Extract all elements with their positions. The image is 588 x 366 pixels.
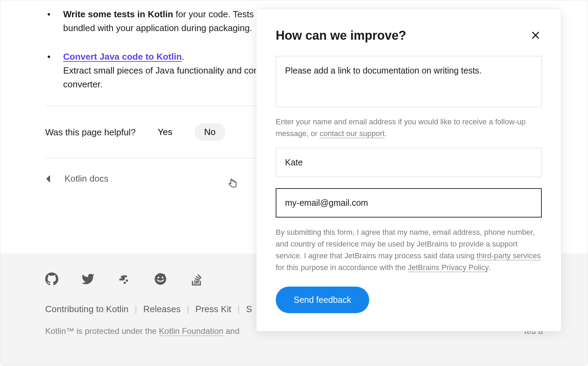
reddit-icon[interactable] — [154, 272, 167, 287]
list-item-bold: Write some tests in Kotlin — [63, 9, 173, 19]
convert-java-link[interactable]: Convert Java code to Kotlin — [63, 51, 182, 62]
kotlin-foundation-link[interactable]: Kotlin Foundation — [159, 326, 224, 336]
email-input[interactable] — [276, 188, 542, 218]
dialog-title: How can we improve? — [276, 28, 406, 43]
feedback-dialog: How can we improve? Enter your name and … — [256, 9, 561, 331]
footer-link-s[interactable]: S — [246, 304, 252, 315]
contact-support-link[interactable]: contact our support — [320, 129, 384, 138]
close-icon — [531, 30, 540, 40]
feedback-question: Was this page helpful? — [45, 125, 136, 139]
consent-part-2: for this purpose in accordance with the — [276, 263, 408, 272]
third-party-services-link[interactable]: third-party services — [477, 251, 541, 260]
prev-page-label: Kotlin docs — [65, 172, 108, 185]
twitter-icon[interactable] — [81, 272, 95, 287]
privacy-policy-link[interactable]: JetBrains Privacy Policy — [408, 263, 488, 272]
name-input[interactable] — [276, 148, 542, 177]
prev-page-link[interactable]: Kotlin docs — [45, 172, 108, 185]
footer-link-contributing[interactable]: Contributing to Kotlin — [45, 304, 128, 315]
separator: | — [135, 304, 137, 315]
footer-link-press[interactable]: Press Kit — [195, 304, 231, 315]
close-button[interactable] — [529, 29, 542, 42]
feedback-message-input[interactable] — [276, 56, 542, 107]
separator: | — [237, 304, 240, 315]
separator: | — [187, 304, 189, 315]
consent-part-3: . — [488, 263, 490, 272]
helper-pre: Enter your name and email address if you… — [276, 117, 526, 138]
chevron-left-icon — [45, 174, 51, 183]
github-icon[interactable] — [45, 272, 58, 287]
slack-icon[interactable] — [118, 272, 131, 287]
stackoverflow-icon[interactable] — [190, 272, 203, 287]
helper-post: . — [385, 129, 387, 138]
consent-text: By submitting this form, I agree that my… — [276, 227, 542, 273]
footer-link-releases[interactable]: Releases — [143, 304, 180, 315]
svg-point-0 — [163, 274, 165, 276]
feedback-no-button[interactable]: No — [195, 123, 225, 141]
legal-and: and — [223, 326, 239, 336]
helper-text: Enter your name and email address if you… — [276, 116, 542, 139]
feedback-yes-button[interactable]: Yes — [148, 123, 182, 141]
send-feedback-button[interactable]: Send feedback — [276, 287, 369, 313]
legal-pre: Kotlin™ is protected under the — [45, 326, 159, 336]
list-item-period: . — [182, 51, 184, 62]
